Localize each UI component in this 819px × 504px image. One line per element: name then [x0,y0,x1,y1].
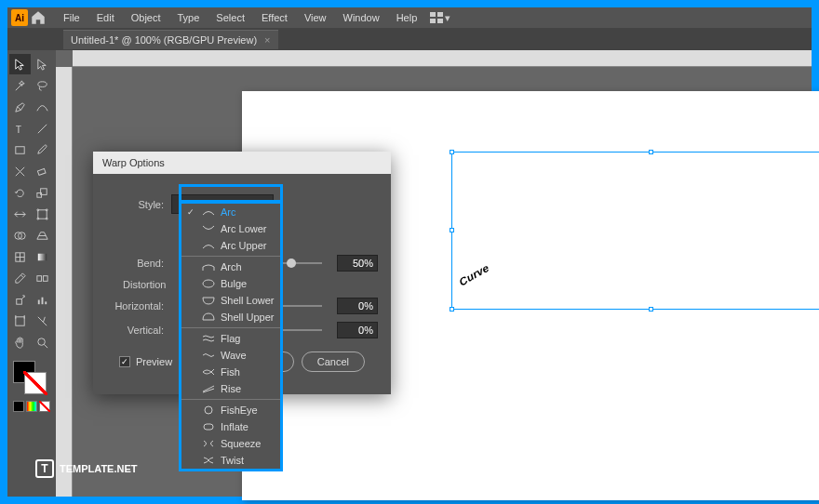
horizontal-label: Horizontal: [106,300,164,312]
handle-n[interactable] [649,150,653,154]
width-tool[interactable] [9,204,31,224]
dropdown-separator [181,399,280,400]
rotate-tool[interactable] [9,182,31,203]
svg-rect-26 [42,297,44,304]
zoom-tool[interactable] [32,332,53,352]
svg-rect-0 [430,12,436,17]
perspective-grid-tool[interactable] [32,225,53,245]
color-mode-none[interactable] [39,401,50,412]
style-option-rise[interactable]: Rise [181,380,280,397]
eyedropper-tool[interactable] [9,268,31,288]
color-mode-icons [9,401,52,412]
menu-view[interactable]: View [297,10,334,25]
style-option-fisheye[interactable]: FishEye [181,402,280,418]
artboard-tool[interactable] [9,311,31,331]
menu-select[interactable]: Select [208,10,252,25]
column-graph-tool[interactable] [32,289,53,310]
style-option-twist[interactable]: Twist [181,452,280,469]
style-option-flag[interactable]: Flag [181,330,280,347]
style-option-shell-upper[interactable]: Shell Upper [181,309,280,325]
lasso-tool[interactable] [32,75,53,96]
svg-point-4 [38,81,47,86]
style-label: Style: [106,199,164,210]
menu-object[interactable]: Object [124,10,168,25]
style-option-fish[interactable]: Fish [181,364,280,380]
svg-rect-22 [37,275,42,281]
style-option-arch[interactable]: Arch [181,259,280,275]
svg-rect-7 [16,146,24,153]
menu-window[interactable]: Window [336,10,387,25]
style-option-bulge[interactable]: Bulge [181,275,280,292]
document-tab[interactable]: Untitled-1* @ 100% (RGB/GPU Preview) × [63,30,278,49]
gradient-tool[interactable] [32,246,53,267]
free-transform-tool[interactable] [32,204,53,224]
color-mode-gradient[interactable] [26,401,37,412]
style-option-wave[interactable]: Wave [181,347,280,364]
menu-help[interactable]: Help [389,10,425,25]
app-window: Ai File Edit Object Type Select Effect V… [7,7,812,497]
scale-tool[interactable] [32,182,53,203]
horizontal-value[interactable]: 0% [337,298,378,314]
blend-tool[interactable] [32,268,53,288]
menu-edit[interactable]: Edit [89,10,122,25]
svg-rect-28 [16,316,24,325]
watermark-text: TEMPLATE.NET [60,463,138,474]
style-option-arc[interactable]: ✓Arc [181,204,280,220]
eraser-tool[interactable] [32,161,53,181]
color-mode-solid[interactable] [13,401,24,412]
svg-rect-8 [37,168,46,175]
mesh-tool[interactable] [9,246,31,267]
svg-rect-3 [437,19,443,23]
selection-bounds [451,152,819,310]
pen-tool[interactable] [9,97,31,117]
svg-rect-1 [437,12,443,17]
svg-rect-21 [38,253,47,260]
menu-effect[interactable]: Effect [254,10,295,25]
rectangle-tool[interactable] [9,139,31,160]
shaper-tool[interactable] [9,161,31,181]
home-icon[interactable] [30,9,47,26]
curvature-tool[interactable] [32,97,53,117]
bend-label: Bend: [106,258,164,269]
svg-line-32 [44,344,47,348]
style-option-arc-upper[interactable]: Arc Upper [181,237,280,254]
ruler-vertical [56,67,73,497]
handle-nw[interactable] [450,150,454,154]
cancel-button[interactable]: Cancel [302,351,365,372]
bend-value[interactable]: 50% [337,255,378,272]
symbol-sprayer-tool[interactable] [9,289,31,310]
document-tabs: Untitled-1* @ 100% (RGB/GPU Preview) × [7,28,812,50]
svg-point-34 [203,280,214,287]
stroke-swatch[interactable] [24,372,47,394]
style-option-shell-lower[interactable]: Shell Lower [181,292,280,309]
preview-checkbox[interactable]: ✓ Preview [119,356,172,367]
vertical-value[interactable]: 0% [337,322,378,338]
selection-tool[interactable] [9,54,31,74]
menu-file[interactable]: File [56,10,87,25]
dialog-title: Warp Options [93,152,391,174]
handle-sw[interactable] [450,307,454,312]
slice-tool[interactable] [32,311,53,331]
style-option-arc-lower[interactable]: Arc Lower [181,220,280,237]
fill-stroke-swatches[interactable] [9,361,52,394]
svg-text:T: T [16,125,22,135]
magic-wand-tool[interactable] [9,75,31,96]
arrange-documents-icon[interactable]: ▾ [430,12,450,24]
dropdown-separator [181,256,280,257]
line-tool[interactable] [32,118,53,139]
handle-w[interactable] [450,228,454,232]
svg-rect-36 [204,424,213,430]
shape-builder-tool[interactable] [9,225,31,245]
style-option-inflate[interactable]: Inflate [181,418,280,435]
hand-tool[interactable] [9,332,31,352]
style-option-squeeze[interactable]: Squeeze [181,435,280,452]
type-tool[interactable]: T [9,118,31,139]
direct-selection-tool[interactable] [32,54,53,74]
tab-close-icon[interactable]: × [264,34,270,46]
menubar: File Edit Object Type Select Effect View… [56,10,424,25]
toolbar: T [7,50,56,497]
menu-type[interactable]: Type [170,10,208,25]
handle-s[interactable] [649,307,653,312]
svg-rect-2 [430,19,436,23]
paintbrush-tool[interactable] [32,139,53,160]
